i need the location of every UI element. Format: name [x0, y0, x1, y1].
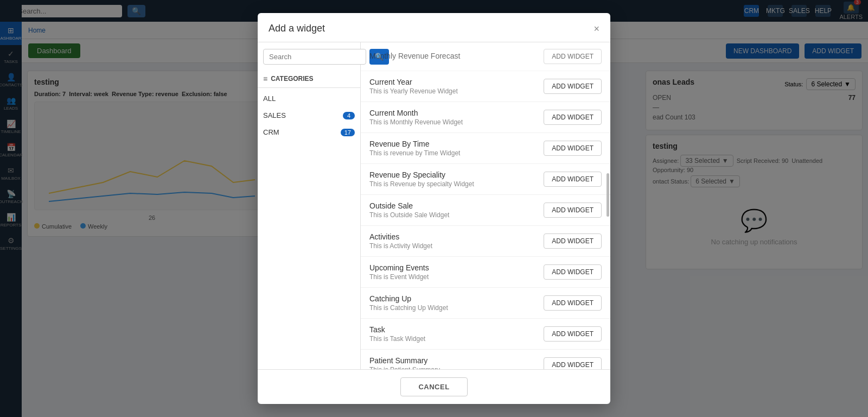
widget-name: Catching Up — [369, 294, 537, 303]
widget-desc: This is Task Widget — [369, 335, 537, 343]
add-outside-sale-button[interactable]: ADD WIDGET — [544, 203, 602, 218]
sales-badge: 4 — [343, 112, 355, 119]
add-catching-up-button[interactable]: ADD WIDGET — [544, 295, 602, 311]
widget-item-activities: Activities This is Activity Widget ADD W… — [361, 226, 610, 257]
add-revenue-by-speciality-button[interactable]: ADD WIDGET — [544, 172, 602, 187]
category-crm[interactable]: CRM 17 — [258, 124, 360, 141]
list-icon: ≡ — [263, 74, 267, 83]
widget-search-input[interactable] — [263, 49, 366, 65]
category-all[interactable]: ALL — [258, 90, 360, 107]
modal-body: 🔍 ≡ CATEGORIES ALL SALES 4 CRM — [258, 42, 610, 369]
crm-badge: 17 — [341, 129, 355, 136]
widget-desc: This is Revenue by specialty Widget — [369, 180, 537, 188]
widget-name: Outside Sale — [369, 201, 537, 210]
widget-item-outside-sale: Outside Sale This is Outside Sale Widget… — [361, 195, 610, 226]
scrollbar-thumb[interactable] — [607, 173, 609, 217]
modal-right-panel: Monthly Revenue Forecast ADD WIDGET Curr… — [361, 42, 610, 369]
modal-close-button[interactable]: × — [593, 24, 599, 34]
widget-name: Revenue By Speciality — [369, 170, 537, 179]
widget-item-upcoming-events: Upcoming Events This is Event Widget ADD… — [361, 257, 610, 288]
add-patient-summary-button[interactable]: ADD WIDGET — [544, 357, 602, 369]
widget-desc: This is Patient Summary — [369, 366, 537, 369]
category-sales[interactable]: SALES 4 — [258, 107, 360, 124]
widget-name: Activities — [369, 232, 537, 241]
widget-name: Task — [369, 325, 537, 334]
add-task-button[interactable]: ADD WIDGET — [544, 326, 602, 342]
add-activities-button[interactable]: ADD WIDGET — [544, 233, 602, 249]
widget-name: Revenue By Time — [369, 140, 537, 148]
categories-header: ≡ CATEGORIES — [258, 70, 360, 88]
widget-name: Current Month — [369, 109, 537, 117]
widget-item-current-year: Current Year This is Yearly Revenue Widg… — [361, 71, 610, 102]
add-upcoming-events-button[interactable]: ADD WIDGET — [544, 264, 602, 280]
modal-footer: CANCEL — [258, 369, 610, 404]
widget-desc: This is Event Widget — [369, 273, 537, 281]
widget-item-revenue-by-speciality: Revenue By Speciality This is Revenue by… — [361, 164, 610, 195]
widget-item-patient-summary: Patient Summary This is Patient Summary … — [361, 350, 610, 369]
widget-desc: This is revenue by Time Widget — [369, 149, 537, 157]
add-current-year-button[interactable]: ADD WIDGET — [544, 79, 602, 94]
modal-title: Add a widget — [269, 23, 325, 34]
widget-item-task: Task This is Task Widget ADD WIDGET — [361, 319, 610, 350]
add-monthly-revenue-forecast-button[interactable]: ADD WIDGET — [544, 49, 602, 64]
cancel-button[interactable]: CANCEL — [400, 377, 467, 396]
widget-name: Current Year — [369, 78, 537, 86]
widget-item-current-month: Current Month This is Monthly Revenue Wi… — [361, 102, 610, 133]
search-row: 🔍 — [258, 49, 360, 70]
modal-left-panel: 🔍 ≡ CATEGORIES ALL SALES 4 CRM — [258, 42, 361, 369]
add-revenue-by-time-button[interactable]: ADD WIDGET — [544, 141, 602, 156]
widget-item-catching-up: Catching Up This is Catching Up Widget A… — [361, 288, 610, 319]
widget-item-revenue-by-time: Revenue By Time This is revenue by Time … — [361, 133, 610, 164]
widget-name: Patient Summary — [369, 356, 537, 365]
modal-overlay: Add a widget × 🔍 ≡ CATEGORIES ALL — [0, 0, 868, 417]
add-current-month-button[interactable]: ADD WIDGET — [544, 110, 602, 125]
widget-desc: This is Yearly Revenue Widget — [369, 87, 537, 95]
widget-name: Upcoming Events — [369, 263, 537, 272]
add-widget-modal: Add a widget × 🔍 ≡ CATEGORIES ALL — [258, 13, 610, 404]
widget-desc: This is Monthly Revenue Widget — [369, 118, 537, 126]
widget-name: Monthly Revenue Forecast — [369, 52, 537, 60]
widget-desc: This is Activity Widget — [369, 242, 537, 250]
widget-item-monthly-revenue-forecast: Monthly Revenue Forecast ADD WIDGET — [361, 42, 610, 71]
modal-header: Add a widget × — [258, 13, 610, 42]
widget-desc: This is Catching Up Widget — [369, 304, 537, 312]
widget-desc: This is Outside Sale Widget — [369, 211, 537, 219]
